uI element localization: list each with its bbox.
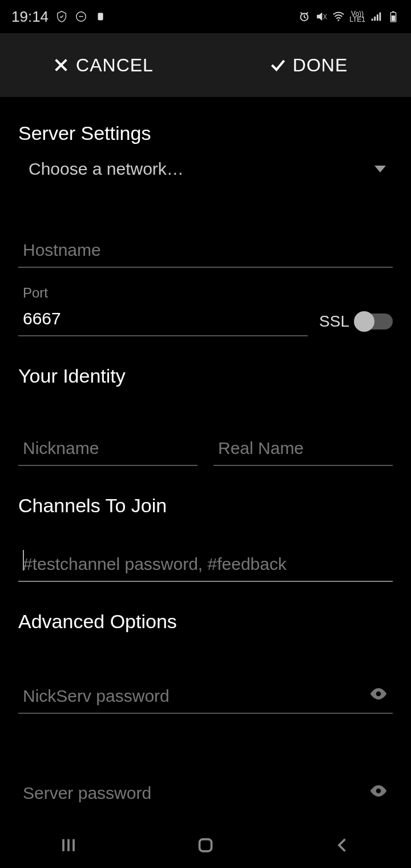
port-input[interactable] [18, 302, 308, 336]
nickserv-row [18, 680, 393, 714]
status-right: Vo))LTE1 [298, 10, 400, 23]
nav-bar [0, 822, 411, 868]
svg-rect-6 [377, 14, 378, 21]
svg-rect-1 [98, 13, 103, 21]
port-row: Port SSL [18, 302, 393, 336]
svg-rect-5 [374, 17, 376, 21]
text-cursor [23, 550, 24, 570]
wifi-icon [332, 10, 345, 23]
svg-rect-7 [380, 13, 381, 21]
port-field-wrap: Port [18, 302, 308, 336]
chevron-down-icon [374, 166, 386, 172]
notification-icon [94, 10, 107, 23]
home-icon[interactable] [195, 835, 216, 855]
ssl-label: SSL [319, 312, 349, 331]
identity-title: Your Identity [18, 365, 393, 387]
status-bar: 19:14 Vo))LTE1 [0, 0, 411, 33]
shield-icon [55, 10, 68, 23]
eye-icon[interactable] [369, 781, 388, 801]
status-time: 19:14 [11, 8, 49, 26]
advanced-title: Advanced Options [18, 610, 393, 633]
hostname-field-wrap [18, 234, 393, 268]
cancel-label: CANCEL [76, 55, 154, 76]
ssl-wrap: SSL [319, 312, 393, 336]
channels-input[interactable] [18, 548, 393, 582]
battery-icon [387, 10, 400, 23]
cancel-button[interactable]: CANCEL [0, 55, 206, 76]
network-dropdown[interactable]: Choose a network… [18, 149, 393, 189]
hostname-input[interactable] [18, 234, 393, 268]
port-label: Port [23, 285, 48, 301]
svg-point-12 [376, 789, 381, 794]
done-label: DONE [293, 55, 348, 76]
server-pw-row [18, 777, 393, 810]
check-icon [269, 56, 287, 74]
nickserv-password-input[interactable] [18, 680, 393, 714]
identity-row [18, 432, 393, 466]
recents-icon[interactable] [58, 835, 79, 855]
nickname-input[interactable] [18, 432, 198, 466]
back-icon[interactable] [332, 835, 353, 855]
svg-point-3 [338, 19, 340, 21]
server-settings-title: Server Settings [18, 122, 393, 144]
network-dropdown-label: Choose a network… [29, 159, 184, 179]
action-bar: CANCEL DONE [0, 33, 411, 97]
status-left: 19:14 [11, 8, 107, 26]
server-password-input[interactable] [18, 777, 393, 810]
channels-field-wrap [18, 548, 393, 582]
svg-point-11 [376, 692, 381, 697]
channels-title: Channels To Join [18, 495, 393, 517]
svg-rect-13 [200, 839, 212, 851]
volte-icon: Vo))LTE1 [349, 11, 365, 22]
realname-input[interactable] [213, 432, 393, 466]
content: Server Settings Choose a network… Port S… [0, 122, 411, 810]
alarm-icon [298, 10, 311, 23]
signal-icon [370, 10, 382, 23]
close-icon [52, 56, 70, 74]
toggle-knob [354, 311, 374, 332]
eye-icon[interactable] [369, 684, 388, 704]
mute-icon [315, 10, 328, 23]
svg-rect-4 [372, 19, 373, 21]
sync-icon [75, 10, 87, 23]
done-button[interactable]: DONE [206, 55, 411, 76]
ssl-toggle[interactable] [355, 314, 393, 329]
svg-rect-9 [392, 11, 394, 13]
svg-rect-10 [392, 15, 395, 21]
